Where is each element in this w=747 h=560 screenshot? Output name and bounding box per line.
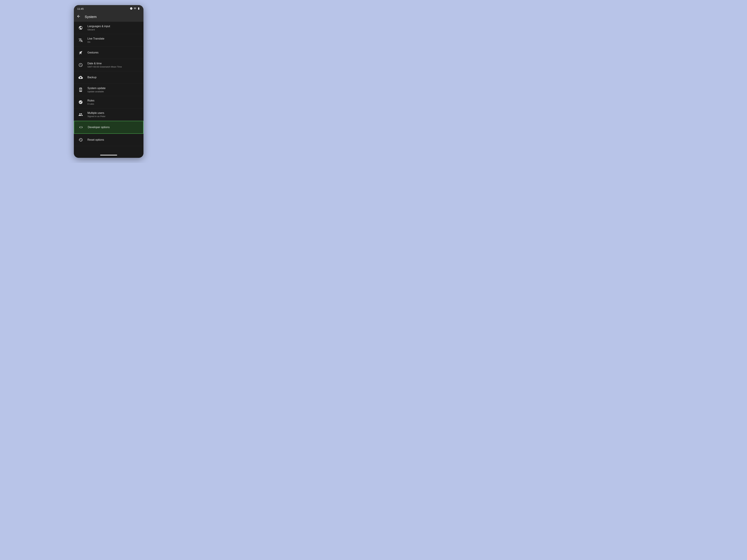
settings-list: Languages & input Gboard Live Translate … — [74, 22, 144, 153]
settings-item-multiple-users[interactable]: Multiple users Signed in as Peter — [74, 108, 144, 121]
live-translate-text: Live Translate On — [87, 37, 104, 43]
developer-options-text: Developer options — [88, 126, 110, 129]
reset-options-text: Reset options — [87, 138, 104, 141]
date-time-subtitle: GMT+00:00 Greenwich Mean Time — [87, 65, 122, 68]
rules-icon — [77, 99, 84, 106]
multiple-users-text: Multiple users Signed in as Peter — [87, 111, 105, 117]
globe-icon — [77, 24, 84, 31]
settings-item-system-update[interactable]: System update Update available — [74, 84, 144, 96]
gestures-text: Gestures — [87, 51, 99, 54]
settings-item-live-translate[interactable]: Live Translate On — [74, 34, 144, 47]
backup-title: Backup — [87, 76, 97, 79]
developer-icon — [78, 124, 84, 131]
rules-title: Rules — [87, 99, 95, 102]
languages-input-subtitle: Gboard — [87, 28, 110, 31]
status-time: 11:45 — [77, 7, 84, 10]
dnd-icon — [130, 7, 133, 10]
developer-options-title: Developer options — [88, 126, 110, 129]
settings-item-date-time[interactable]: Date & time GMT+00:00 Greenwich Mean Tim… — [74, 59, 144, 71]
system-update-subtitle: Update available — [87, 90, 106, 93]
system-update-title: System update — [87, 87, 106, 90]
translate-icon — [77, 37, 84, 44]
live-translate-subtitle: On — [87, 41, 104, 43]
home-indicator — [74, 153, 144, 158]
settings-item-rules[interactable]: Rules 0 rules — [74, 96, 144, 108]
multiple-users-subtitle: Signed in as Peter — [87, 115, 105, 117]
settings-item-gestures[interactable]: Gestures — [74, 47, 144, 59]
system-update-text: System update Update available — [87, 87, 106, 93]
wifi-icon — [134, 7, 136, 10]
users-icon — [77, 111, 84, 118]
backup-text: Backup — [87, 76, 97, 79]
date-time-text: Date & time GMT+00:00 Greenwich Mean Tim… — [87, 62, 122, 68]
battery-icon — [137, 7, 140, 10]
back-button[interactable] — [77, 14, 81, 19]
reset-options-title: Reset options — [87, 138, 104, 141]
rules-subtitle: 0 rules — [87, 103, 95, 105]
settings-item-backup[interactable]: Backup — [74, 71, 144, 84]
clock-icon — [77, 61, 84, 69]
languages-input-title: Languages & input — [87, 25, 110, 28]
reset-icon — [77, 136, 84, 143]
home-bar — [100, 155, 117, 155]
backup-icon — [77, 74, 84, 81]
gestures-title: Gestures — [87, 51, 99, 54]
gestures-icon — [77, 49, 84, 56]
settings-item-languages-input[interactable]: Languages & input Gboard — [74, 22, 144, 34]
settings-item-reset-options[interactable]: Reset options — [74, 134, 144, 146]
system-update-icon — [77, 86, 84, 93]
rules-text: Rules 0 rules — [87, 99, 95, 105]
top-bar: System — [74, 12, 144, 22]
date-time-title: Date & time — [87, 62, 122, 65]
phone-frame: 11:45 — [74, 5, 144, 158]
multiple-users-title: Multiple users — [87, 111, 105, 114]
live-translate-title: Live Translate — [87, 37, 104, 40]
settings-item-developer-options[interactable]: Developer options — [74, 121, 144, 134]
page-title: System — [85, 15, 97, 19]
status-icons — [130, 7, 140, 10]
languages-input-text: Languages & input Gboard — [87, 25, 110, 31]
status-bar: 11:45 — [74, 5, 144, 12]
